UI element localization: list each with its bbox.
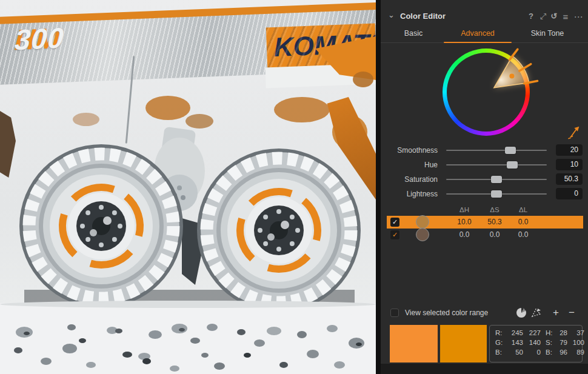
slider-value[interactable]: 10 [556, 159, 583, 170]
slider-track[interactable] [446, 164, 547, 165]
readout-cell: H: [541, 329, 552, 339]
slider-value[interactable]: 0 [556, 188, 583, 199]
readout-cell: 143 [506, 339, 523, 349]
collapse-chevron-icon[interactable] [388, 10, 395, 19]
more-icon[interactable] [573, 12, 583, 22]
cell-delta-h[interactable]: 0.0 [447, 230, 481, 239]
readout-cell: 50 [506, 349, 523, 358]
help-icon[interactable] [526, 12, 536, 21]
app-window: HM300 KOMATS [0, 0, 588, 374]
readout-cell: 140 [523, 339, 541, 349]
slider-handle[interactable] [505, 147, 516, 154]
color-editor-panel: Color Editor Basic Advanced Skin Tone [381, 0, 588, 364]
view-range-checkbox[interactable] [390, 309, 399, 317]
row-color-swatch[interactable] [416, 228, 429, 241]
panel-title: Color Editor [400, 12, 446, 21]
expand-icon[interactable] [538, 12, 548, 21]
add-color-button[interactable] [551, 307, 561, 318]
readout-cell: 96 [552, 349, 567, 358]
slider-track[interactable] [446, 193, 547, 195]
slider-value[interactable]: 50.3 [556, 173, 583, 185]
panel-header: Color Editor [381, 10, 588, 25]
color-correction-table: ΔH ΔS ΔL 10.0 50.3 0.0 0.0 0.0 0.0 [387, 205, 583, 241]
readout-cell: 245 [506, 329, 523, 339]
panel-footer: View selected color range [381, 307, 588, 320]
slider-handle[interactable] [507, 161, 518, 169]
readout-cell: B: [495, 349, 506, 358]
col-delta-h: ΔH [447, 206, 481, 213]
after-color-swatch [440, 325, 487, 362]
cell-delta-h[interactable]: 10.0 [447, 218, 481, 226]
slider-track[interactable] [446, 179, 547, 180]
readout-cell: R: [495, 329, 506, 339]
readout-cell: 89 [567, 349, 584, 358]
slider-row-saturation: Saturation 50.3 [381, 172, 588, 187]
readout-cell: 227 [523, 329, 541, 339]
slider-row-hue: Hue 10 [381, 158, 588, 172]
readout-cell: 79 [552, 339, 567, 349]
readout-cell: 100 [567, 339, 584, 349]
row-enabled-checkbox[interactable] [390, 218, 399, 227]
color-range-picker-icon[interactable] [530, 307, 541, 318]
panel-bottom-strip [381, 364, 588, 374]
remove-color-button[interactable] [567, 307, 576, 318]
color-selection-wedge[interactable] [430, 35, 552, 150]
truck-photo-illustration [0, 0, 376, 374]
cell-delta-l[interactable]: 0.0 [506, 230, 540, 239]
slider-label: Hue [381, 161, 438, 169]
readout-cell: B: [541, 349, 552, 358]
slider-handle[interactable] [491, 190, 502, 198]
reset-icon[interactable] [549, 12, 559, 21]
readout-cell: 28 [552, 329, 567, 339]
table-row[interactable]: 10.0 50.3 0.0 [387, 216, 583, 229]
before-color-swatch [390, 325, 438, 362]
readout-cell: 37 [567, 329, 584, 339]
slider-label: Smoothness [381, 146, 438, 155]
table-row[interactable]: 0.0 0.0 0.0 [387, 229, 583, 241]
menu-icon[interactable] [561, 12, 570, 22]
col-delta-l: ΔL [506, 206, 540, 213]
cell-delta-l[interactable]: 0.0 [506, 218, 540, 226]
readout-cell: S: [541, 339, 552, 349]
viewer-panel-divider [376, 0, 381, 374]
tab-basic[interactable]: Basic [395, 29, 432, 38]
color-picker-pen-icon[interactable] [567, 126, 580, 139]
row-color-swatch[interactable] [416, 215, 429, 229]
slider-label: Lightness [381, 190, 438, 198]
readout-cell: G: [495, 339, 506, 349]
rgb-hsb-values: R: 245 227 H: 28 37 G: 143 140 S: 79 100… [489, 325, 583, 362]
slider-label: Saturation [381, 175, 438, 184]
view-range-label: View selected color range [405, 309, 488, 317]
readout-cell: 0 [523, 349, 541, 358]
photo-viewer[interactable]: HM300 KOMATS [0, 0, 376, 374]
slider-value[interactable]: 20 [556, 144, 583, 156]
color-readout: R: 245 227 H: 28 37 G: 143 140 S: 79 100… [381, 325, 588, 362]
table-header: ΔH ΔS ΔL [387, 205, 583, 216]
slider-row-lightness: Lightness 0 [381, 187, 588, 201]
slider-handle[interactable] [491, 176, 502, 183]
slider-track[interactable] [446, 150, 547, 151]
color-wheel-icon[interactable] [516, 307, 527, 318]
slider-row-smoothness: Smoothness 20 [381, 143, 588, 158]
row-enabled-checkbox[interactable] [390, 230, 399, 239]
